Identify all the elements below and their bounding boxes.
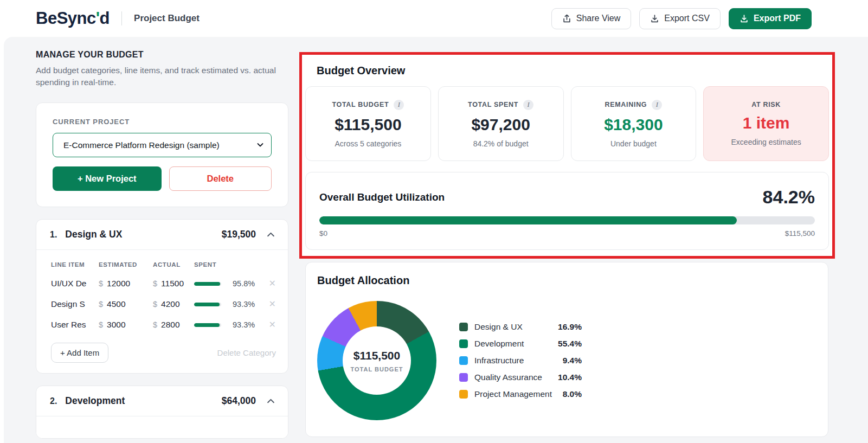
new-project-button[interactable]: + New Project	[53, 166, 162, 191]
col-estimated: ESTIMATED	[99, 261, 153, 268]
legend-label: Project Management	[474, 389, 556, 399]
info-icon[interactable]: I	[523, 100, 533, 110]
main-content: Budget Overview TOTAL BUDGET I $115,500 …	[299, 50, 835, 437]
legend-swatch	[459, 356, 468, 365]
donut-center-value: $115,500	[353, 349, 400, 362]
sidebar: MANAGE YOUR BUDGET Add budget categories…	[36, 50, 288, 439]
estimated-input[interactable]	[107, 320, 140, 330]
stat-subtext: Exceeding estimates	[731, 138, 801, 146]
utilization-progress-fill	[319, 216, 737, 224]
legend-label: Design & UX	[474, 322, 551, 332]
legend-label: Development	[474, 339, 551, 349]
stat-label: AT RISK	[751, 101, 781, 108]
budget-allocation-title: Budget Allocation	[317, 274, 813, 287]
currency-symbol: $	[153, 320, 157, 329]
actual-input[interactable]	[161, 320, 192, 330]
category-index: 1.	[50, 230, 57, 240]
category-card-development: 2. Development $64,000	[36, 386, 288, 439]
currency-symbol: $	[153, 279, 157, 288]
legend-value: 16.9%	[558, 322, 582, 332]
line-item-name-input[interactable]	[51, 299, 89, 309]
stat-subtext: Across 5 categories	[335, 139, 401, 148]
utilization-max-label: $115,500	[785, 229, 815, 237]
legend-swatch	[459, 339, 468, 348]
spent-percent: 95.8%	[228, 279, 258, 288]
category-total: $64,000	[222, 395, 256, 407]
line-item-name-input[interactable]	[51, 279, 89, 288]
col-line-item: LINE ITEM	[51, 261, 99, 268]
line-item-row: $ $ 95.8% ✕	[51, 279, 276, 288]
project-select[interactable]: E-Commerce Platform Redesign (sample)	[53, 133, 272, 157]
col-actual: ACTUAL	[153, 261, 194, 268]
spent-progress-bar	[194, 323, 221, 327]
remove-line-item-button[interactable]: ✕	[269, 279, 276, 288]
remove-line-item-button[interactable]: ✕	[269, 300, 276, 309]
download-icon	[740, 14, 749, 23]
stat-subtext: 84.2% of budget	[473, 139, 529, 148]
legend-value: 8.0%	[563, 389, 582, 399]
page-title: Project Budget	[134, 13, 200, 24]
category-name: Development	[65, 395, 221, 407]
legend-label: Quality Assurance	[474, 373, 551, 382]
stat-card-total-spent: TOTAL SPENT I $97,200 84.2% of budget	[438, 86, 564, 161]
stat-value: $115,500	[335, 115, 401, 134]
export-pdf-button[interactable]: Export PDF	[729, 8, 812, 29]
legend-value: 55.4%	[558, 339, 582, 349]
category-name: Design & UX	[65, 229, 221, 240]
share-view-button[interactable]: Share View	[551, 8, 632, 29]
page-body: MANAGE YOUR BUDGET Add budget categories…	[4, 37, 868, 443]
spent-progress-bar	[194, 282, 221, 286]
add-item-button[interactable]: + Add Item	[51, 343, 108, 363]
stat-subtext: Under budget	[610, 139, 657, 148]
col-spent: SPENT	[194, 261, 228, 268]
info-icon[interactable]: I	[394, 100, 404, 110]
legend-item: Quality Assurance 10.4%	[459, 373, 582, 382]
stat-label: TOTAL BUDGET	[332, 101, 389, 108]
currency-symbol: $	[99, 300, 103, 309]
currency-symbol: $	[99, 279, 103, 288]
stat-value: $18,300	[604, 115, 663, 134]
stat-card-total-budget: TOTAL BUDGET I $115,500 Across 5 categor…	[305, 86, 431, 161]
spent-percent: 93.3%	[228, 320, 258, 329]
donut-center: $115,500 TOTAL BUDGET	[343, 326, 411, 395]
category-header[interactable]: 2. Development $64,000	[36, 386, 288, 416]
spent-percent: 93.3%	[228, 300, 258, 309]
info-icon[interactable]: I	[652, 100, 662, 110]
stat-value: $97,200	[471, 115, 530, 134]
line-item-name-input[interactable]	[51, 320, 89, 330]
actual-input[interactable]	[161, 279, 192, 288]
stat-label: REMAINING	[605, 101, 647, 108]
utilization-title: Overall Budget Utilization	[319, 191, 445, 203]
actual-input[interactable]	[161, 299, 192, 309]
highlight-annotation-box: Budget Overview TOTAL BUDGET I $115,500 …	[299, 52, 835, 259]
legend-swatch	[459, 373, 468, 382]
legend-value: 10.4%	[558, 373, 582, 382]
export-csv-button[interactable]: Export CSV	[639, 8, 721, 29]
legend-swatch	[459, 323, 468, 331]
category-index: 2.	[50, 396, 57, 406]
collapse-category-button[interactable]	[266, 229, 276, 240]
legend-item: Project Management 8.0%	[459, 389, 582, 399]
utilization-progress-bar	[319, 216, 815, 224]
download-icon	[650, 14, 659, 23]
stat-card-remaining: REMAINING I $18,300 Under budget	[571, 86, 697, 161]
chevron-up-icon	[267, 397, 275, 405]
utilization-card: Overall Budget Utilization 84.2% $0 $115…	[305, 172, 829, 250]
budget-overview-title: Budget Overview	[317, 65, 829, 77]
app-logo: BeSync'd	[36, 9, 110, 28]
legend-item: Infrastructure 9.4%	[459, 356, 582, 365]
stat-label: TOTAL SPENT	[468, 101, 518, 108]
legend-item: Design & UX 16.9%	[459, 322, 582, 332]
legend-label: Infrastructure	[474, 356, 556, 365]
delete-category-button[interactable]: Delete Category	[217, 348, 276, 357]
estimated-input[interactable]	[107, 299, 140, 309]
donut-center-label: TOTAL BUDGET	[351, 366, 403, 373]
remove-line-item-button[interactable]: ✕	[269, 320, 276, 329]
stat-cards-row: TOTAL BUDGET I $115,500 Across 5 categor…	[305, 86, 829, 161]
category-header[interactable]: 1. Design & UX $19,500	[36, 220, 288, 249]
header-divider	[121, 11, 122, 25]
currency-symbol: $	[99, 320, 103, 329]
collapse-category-button[interactable]	[266, 396, 276, 406]
estimated-input[interactable]	[107, 279, 140, 288]
delete-project-button[interactable]: Delete	[169, 166, 272, 191]
